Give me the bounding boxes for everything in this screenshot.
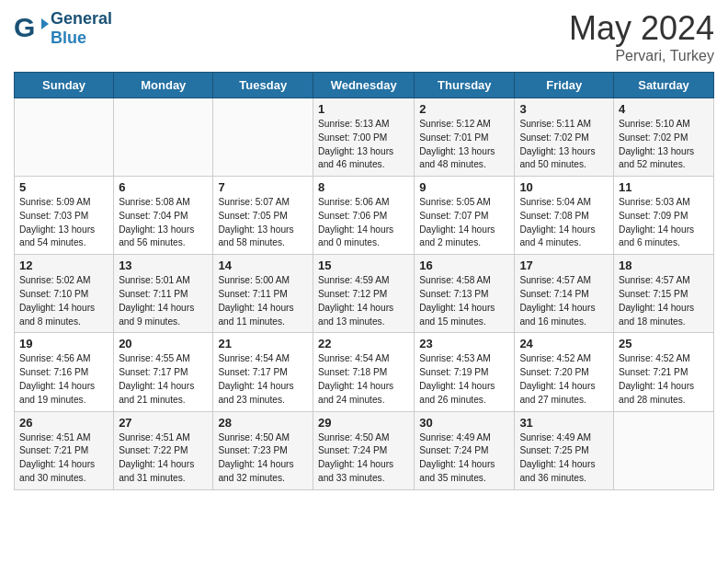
day-number: 10 [519, 180, 609, 194]
day-number: 29 [318, 416, 409, 430]
day-number: 5 [19, 180, 108, 194]
day-info: Sunrise: 4:59 AM Sunset: 7:12 PM Dayligh… [318, 274, 409, 328]
calendar-cell: 12Sunrise: 5:02 AM Sunset: 7:10 PM Dayli… [15, 255, 114, 333]
week-row-2: 5Sunrise: 5:09 AM Sunset: 7:03 PM Daylig… [15, 177, 714, 255]
calendar-cell [15, 98, 114, 177]
day-info: Sunrise: 4:56 AM Sunset: 7:16 PM Dayligh… [19, 352, 108, 407]
day-info: Sunrise: 5:12 AM Sunset: 7:01 PM Dayligh… [419, 118, 509, 172]
calendar-cell: 8Sunrise: 5:06 AM Sunset: 7:06 PM Daylig… [313, 177, 415, 255]
calendar-cell: 16Sunrise: 4:58 AM Sunset: 7:13 PM Dayli… [415, 255, 515, 333]
col-header-wednesday: Wednesday [313, 73, 415, 98]
day-number: 6 [119, 180, 208, 194]
calendar-cell: 11Sunrise: 5:03 AM Sunset: 7:09 PM Dayli… [614, 177, 714, 255]
page: G General Blue May 2024 Pervari, Turkey … [0, 0, 728, 500]
day-number: 25 [619, 337, 709, 350]
calendar-cell: 9Sunrise: 5:05 AM Sunset: 7:07 PM Daylig… [415, 177, 515, 255]
day-info: Sunrise: 5:01 AM Sunset: 7:11 PM Dayligh… [119, 274, 208, 328]
calendar-cell: 2Sunrise: 5:12 AM Sunset: 7:01 PM Daylig… [415, 98, 515, 177]
day-info: Sunrise: 5:09 AM Sunset: 7:03 PM Dayligh… [19, 196, 108, 250]
day-number: 30 [419, 416, 509, 430]
calendar-cell: 25Sunrise: 4:52 AM Sunset: 7:21 PM Dayli… [614, 333, 714, 411]
calendar-cell: 18Sunrise: 4:57 AM Sunset: 7:15 PM Dayli… [614, 255, 714, 333]
calendar-cell: 28Sunrise: 4:50 AM Sunset: 7:23 PM Dayli… [213, 411, 313, 489]
day-info: Sunrise: 4:50 AM Sunset: 7:24 PM Dayligh… [318, 431, 409, 486]
day-number: 3 [519, 102, 609, 116]
day-number: 23 [419, 337, 509, 350]
calendar-cell: 6Sunrise: 5:08 AM Sunset: 7:04 PM Daylig… [114, 177, 213, 255]
day-info: Sunrise: 4:54 AM Sunset: 7:18 PM Dayligh… [318, 352, 409, 407]
day-info: Sunrise: 5:04 AM Sunset: 7:08 PM Dayligh… [519, 196, 609, 250]
svg-text:G: G [14, 12, 35, 42]
calendar-cell: 23Sunrise: 4:53 AM Sunset: 7:19 PM Dayli… [415, 333, 515, 411]
day-info: Sunrise: 4:57 AM Sunset: 7:15 PM Dayligh… [619, 274, 709, 328]
day-number: 1 [318, 102, 409, 116]
day-number: 4 [619, 102, 709, 116]
calendar-cell: 24Sunrise: 4:52 AM Sunset: 7:20 PM Dayli… [515, 333, 614, 411]
svg-marker-1 [41, 18, 49, 29]
day-info: Sunrise: 5:07 AM Sunset: 7:05 PM Dayligh… [218, 196, 308, 250]
calendar-cell: 26Sunrise: 4:51 AM Sunset: 7:21 PM Dayli… [15, 411, 114, 489]
calendar-cell: 3Sunrise: 5:11 AM Sunset: 7:02 PM Daylig… [515, 98, 614, 177]
day-info: Sunrise: 4:51 AM Sunset: 7:22 PM Dayligh… [119, 431, 208, 486]
calendar-cell: 31Sunrise: 4:49 AM Sunset: 7:25 PM Dayli… [515, 411, 614, 489]
day-number: 18 [619, 259, 709, 272]
day-number: 15 [318, 259, 409, 272]
day-info: Sunrise: 4:53 AM Sunset: 7:19 PM Dayligh… [419, 352, 509, 407]
day-info: Sunrise: 5:13 AM Sunset: 7:00 PM Dayligh… [318, 118, 409, 172]
day-number: 19 [19, 337, 108, 350]
col-header-thursday: Thursday [415, 73, 515, 98]
location-subtitle: Pervari, Turkey [569, 48, 714, 64]
day-info: Sunrise: 4:51 AM Sunset: 7:21 PM Dayligh… [19, 431, 108, 486]
calendar-cell: 21Sunrise: 4:54 AM Sunset: 7:17 PM Dayli… [213, 333, 313, 411]
calendar-cell: 29Sunrise: 4:50 AM Sunset: 7:24 PM Dayli… [313, 411, 415, 489]
day-number: 8 [318, 180, 409, 194]
day-number: 7 [218, 180, 308, 194]
day-info: Sunrise: 5:02 AM Sunset: 7:10 PM Dayligh… [19, 274, 108, 328]
col-header-saturday: Saturday [614, 73, 714, 98]
day-number: 13 [119, 259, 208, 272]
day-number: 21 [218, 337, 308, 350]
col-header-friday: Friday [515, 73, 614, 98]
calendar-cell: 13Sunrise: 5:01 AM Sunset: 7:11 PM Dayli… [114, 255, 213, 333]
calendar-cell: 22Sunrise: 4:54 AM Sunset: 7:18 PM Dayli… [313, 333, 415, 411]
week-row-4: 19Sunrise: 4:56 AM Sunset: 7:16 PM Dayli… [15, 333, 714, 411]
calendar-table: SundayMondayTuesdayWednesdayThursdayFrid… [14, 72, 714, 490]
day-number: 14 [218, 259, 308, 272]
day-number: 20 [119, 337, 208, 350]
calendar-cell: 7Sunrise: 5:07 AM Sunset: 7:05 PM Daylig… [213, 177, 313, 255]
day-info: Sunrise: 5:03 AM Sunset: 7:09 PM Dayligh… [619, 196, 709, 250]
day-info: Sunrise: 5:10 AM Sunset: 7:02 PM Dayligh… [619, 118, 709, 172]
week-row-5: 26Sunrise: 4:51 AM Sunset: 7:21 PM Dayli… [15, 411, 714, 489]
calendar-cell [614, 411, 714, 489]
day-number: 27 [119, 416, 208, 430]
day-info: Sunrise: 5:06 AM Sunset: 7:06 PM Dayligh… [318, 196, 409, 250]
day-info: Sunrise: 5:00 AM Sunset: 7:11 PM Dayligh… [218, 274, 308, 328]
day-number: 2 [419, 102, 509, 116]
calendar-cell: 19Sunrise: 4:56 AM Sunset: 7:16 PM Dayli… [15, 333, 114, 411]
day-number: 17 [519, 259, 609, 272]
logo-text-general: General [51, 9, 112, 29]
day-number: 31 [519, 416, 609, 430]
day-number: 22 [318, 337, 409, 350]
calendar-cell [114, 98, 213, 177]
logo-icon: G [14, 11, 49, 46]
logo: G General Blue [14, 9, 112, 47]
header: G General Blue May 2024 Pervari, Turkey [14, 9, 714, 64]
calendar-cell: 20Sunrise: 4:55 AM Sunset: 7:17 PM Dayli… [114, 333, 213, 411]
day-info: Sunrise: 4:57 AM Sunset: 7:14 PM Dayligh… [519, 274, 609, 328]
day-info: Sunrise: 4:52 AM Sunset: 7:21 PM Dayligh… [619, 352, 709, 407]
col-header-monday: Monday [114, 73, 213, 98]
calendar-cell: 27Sunrise: 4:51 AM Sunset: 7:22 PM Dayli… [114, 411, 213, 489]
header-row: SundayMondayTuesdayWednesdayThursdayFrid… [15, 73, 714, 98]
week-row-3: 12Sunrise: 5:02 AM Sunset: 7:10 PM Dayli… [15, 255, 714, 333]
day-info: Sunrise: 5:11 AM Sunset: 7:02 PM Dayligh… [519, 118, 609, 172]
calendar-cell: 10Sunrise: 5:04 AM Sunset: 7:08 PM Dayli… [515, 177, 614, 255]
day-info: Sunrise: 5:05 AM Sunset: 7:07 PM Dayligh… [419, 196, 509, 250]
week-row-1: 1Sunrise: 5:13 AM Sunset: 7:00 PM Daylig… [15, 98, 714, 177]
day-info: Sunrise: 5:08 AM Sunset: 7:04 PM Dayligh… [119, 196, 208, 250]
day-number: 16 [419, 259, 509, 272]
day-number: 28 [218, 416, 308, 430]
day-info: Sunrise: 4:52 AM Sunset: 7:20 PM Dayligh… [519, 352, 609, 407]
col-header-sunday: Sunday [15, 73, 114, 98]
day-number: 9 [419, 180, 509, 194]
